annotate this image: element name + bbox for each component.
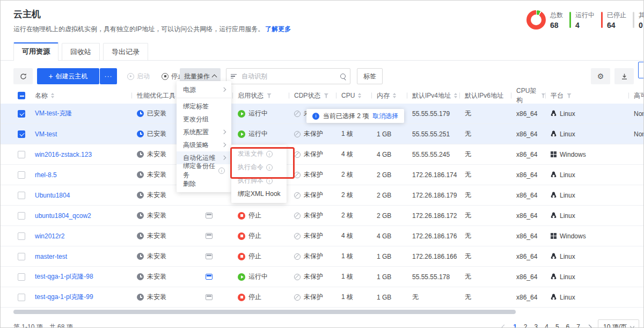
page-number-3[interactable]: 3 xyxy=(535,323,538,328)
batch-actions-label: 批量操作 xyxy=(184,72,210,81)
memory-value: 2 GB xyxy=(377,192,391,199)
col-header-cpu[interactable]: CPU xyxy=(336,92,371,99)
create-vm-button[interactable]: + 创建云主机 xyxy=(37,68,99,84)
menu-item-更改分组[interactable]: 更改分组 xyxy=(177,113,231,126)
col-header-mem[interactable]: 内存 xyxy=(371,91,407,100)
filter-icon[interactable] xyxy=(567,93,572,98)
row-checkbox[interactable] xyxy=(18,253,25,260)
filter-icon[interactable] xyxy=(324,93,328,98)
console-icon[interactable] xyxy=(206,274,213,280)
row-checkbox[interactable] xyxy=(18,130,25,138)
sort-icon[interactable] xyxy=(454,93,457,98)
page-number-7[interactable]: 7 xyxy=(576,323,580,328)
vm-name-link[interactable]: rhel-8.5 xyxy=(35,171,57,179)
cell-mem: 2 GB xyxy=(371,192,407,199)
vm-name-link[interactable]: ubuntu1804_qcow2 xyxy=(35,212,91,220)
vm-name-link[interactable]: VM-test-克隆 xyxy=(35,109,72,118)
filter-icon[interactable] xyxy=(267,93,272,98)
sort-icon[interactable] xyxy=(358,93,361,98)
row-checkbox[interactable] xyxy=(18,232,25,240)
row-checkbox[interactable] xyxy=(18,192,25,199)
row-checkbox[interactable] xyxy=(18,212,25,220)
cell-arch: x86_64 xyxy=(511,232,545,240)
more-actions-button[interactable]: ··· xyxy=(100,68,117,84)
vm-name-link[interactable]: test-qga-1-pl克隆-99 xyxy=(35,293,93,302)
page-number-2[interactable]: 2 xyxy=(524,323,528,328)
page-number-6[interactable]: 6 xyxy=(566,323,570,328)
cell-arch: x86_64 xyxy=(511,253,545,260)
menu-item-绑定标签[interactable]: 绑定标签 xyxy=(177,100,231,113)
row-checkbox[interactable] xyxy=(18,273,25,281)
linux-icon xyxy=(551,212,557,219)
memory-value: 2 GB xyxy=(377,171,391,179)
vm-name-link[interactable]: master-test xyxy=(35,253,67,260)
search-input[interactable] xyxy=(240,72,336,81)
menu-item-高级策略[interactable]: 高级策略 xyxy=(177,139,231,151)
next-page-button[interactable] xyxy=(587,325,591,328)
vm-name-link[interactable]: test-qga-1-pl克隆-98 xyxy=(35,272,93,281)
row-checkbox[interactable] xyxy=(18,294,25,301)
console-icon[interactable] xyxy=(206,253,213,259)
cell-mem: 1 GB xyxy=(371,273,407,281)
col-header-ipv4[interactable]: 默认IPv4地址 xyxy=(407,91,459,100)
cell-name: win2012r2 xyxy=(30,232,131,240)
vm-status-text: 运行中 xyxy=(248,109,268,118)
memory-value: 1 GB xyxy=(377,294,391,301)
cpu-value: 1 核 xyxy=(341,252,353,261)
col-header-name[interactable]: 名称 xyxy=(30,91,131,100)
sort-icon[interactable] xyxy=(51,93,54,98)
row-checkbox[interactable] xyxy=(18,110,25,118)
col-header-status[interactable]: 启用状态 xyxy=(232,91,289,100)
col-label-ipv6: 默认IPv6地址 xyxy=(465,91,503,100)
submenu-item-绑定XML Hook[interactable]: 绑定XML Hook xyxy=(231,187,287,201)
refresh-button[interactable] xyxy=(13,68,33,84)
col-header-arch[interactable]: CPU架构 xyxy=(511,86,545,105)
page-number-4[interactable]: 4 xyxy=(545,323,548,328)
cell-cpu: 4 核 xyxy=(336,150,371,159)
filter-icon[interactable] xyxy=(541,93,545,98)
ipv6-value: 无 xyxy=(465,211,471,220)
vm-name-link[interactable]: win2016-zstack.123 xyxy=(35,151,92,158)
tab-可用资源[interactable]: 可用资源 xyxy=(13,42,58,61)
tab-导出记录[interactable]: 导出记录 xyxy=(103,43,148,60)
export-button[interactable] xyxy=(614,68,634,84)
cell-tool: 未安装 xyxy=(131,272,200,281)
cell-console xyxy=(200,253,232,259)
cell-tool: 未安装 xyxy=(131,293,200,302)
page-size-select[interactable]: 10 项/页 xyxy=(598,319,639,328)
page-number-1[interactable]: 1 xyxy=(513,323,517,328)
tag-button[interactable]: 标签 xyxy=(357,68,383,84)
vm-name-link[interactable]: Ubuntu1804 xyxy=(35,192,70,199)
search-icon[interactable] xyxy=(340,74,346,79)
col-header-platform[interactable]: 平台 xyxy=(545,91,628,100)
cell-ipv4: 无 xyxy=(407,293,459,302)
row-checkbox[interactable] xyxy=(18,151,25,158)
menu-item-电源[interactable]: 电源 xyxy=(177,83,231,96)
console-icon[interactable] xyxy=(206,213,213,218)
info-icon: i xyxy=(266,164,273,171)
deselect-link[interactable]: 取消选择 xyxy=(372,112,398,121)
submenu-item-label: 绑定XML Hook xyxy=(238,189,281,199)
sort-icon[interactable] xyxy=(393,93,396,98)
menu-item-label: 系统配置 xyxy=(183,128,209,137)
select-all-checkbox[interactable] xyxy=(18,92,25,99)
vm-status-text: 运行中 xyxy=(248,272,268,281)
clipped-edge-button[interactable] xyxy=(638,62,644,78)
vm-name-link[interactable]: VM-test xyxy=(35,130,57,138)
platform-value: Linux xyxy=(560,212,575,220)
console-icon[interactable] xyxy=(206,233,213,239)
settings-button[interactable]: ⚙ xyxy=(591,68,610,84)
menu-item-系统配置[interactable]: 系统配置 xyxy=(177,126,231,139)
learn-more-link[interactable]: 了解更多 xyxy=(265,25,291,33)
page-number-5[interactable]: 5 xyxy=(555,323,559,328)
tab-回收站[interactable]: 回收站 xyxy=(62,43,100,60)
linux-icon xyxy=(551,294,557,301)
info-icon: i xyxy=(266,178,273,184)
vm-name-link[interactable]: win2012r2 xyxy=(35,232,64,240)
col-header-cdp[interactable]: CDP状态 xyxy=(289,91,336,100)
cell-console xyxy=(200,294,232,300)
menu-item-绑定备份任务[interactable]: 绑定备份任务i xyxy=(177,164,231,177)
console-icon[interactable] xyxy=(206,294,213,300)
row-checkbox[interactable] xyxy=(18,171,25,179)
scrollbar-thumb[interactable] xyxy=(13,310,516,314)
